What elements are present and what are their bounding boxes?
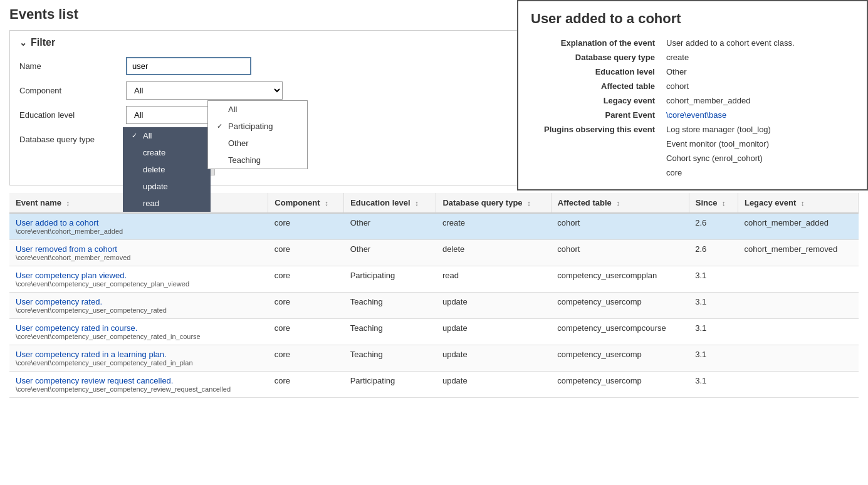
checkmark-teaching bbox=[217, 157, 224, 164]
table-row[interactable]: User competency review request cancelled… bbox=[9, 372, 859, 398]
db-option-delete[interactable]: delete bbox=[123, 161, 211, 178]
table-cell: update bbox=[436, 293, 551, 319]
detail-field-value: Other bbox=[662, 65, 854, 79]
db-option-all[interactable]: ✓All bbox=[123, 127, 211, 144]
event-name-cell[interactable]: User competency plan viewed.\core\event\… bbox=[9, 266, 268, 293]
table-cell: 3.1 bbox=[689, 345, 738, 372]
table-cell: update bbox=[436, 372, 551, 398]
table-header-cell[interactable]: Legacy event ↕ bbox=[738, 193, 858, 213]
table-row[interactable]: User added to a cohort\core\event\cohort… bbox=[9, 213, 859, 240]
db-option-read[interactable]: read bbox=[123, 195, 211, 212]
table-cell: Teaching bbox=[344, 319, 436, 345]
table-cell: core bbox=[268, 213, 344, 240]
event-path: \core\event\cohort_member_added bbox=[16, 227, 262, 235]
event-path: \core\event\competency_user_competency_p… bbox=[16, 280, 262, 288]
event-name-cell[interactable]: User added to a cohort\core\event\cohort… bbox=[9, 213, 268, 240]
education-level-dropdown[interactable]: All ✓Participating Other Teaching bbox=[207, 100, 308, 169]
table-cell: core bbox=[268, 372, 344, 398]
detail-field-value: Log store manager (tool_log) bbox=[662, 122, 854, 137]
table-row[interactable]: User competency plan viewed.\core\event\… bbox=[9, 266, 859, 293]
detail-field-label: Parent Event bbox=[531, 108, 662, 122]
table-header-cell[interactable]: Education level ↕ bbox=[344, 193, 436, 213]
table-row[interactable]: User competency rated.\core\event\compet… bbox=[9, 293, 859, 319]
table-cell: cohort_member_removed bbox=[738, 240, 858, 266]
event-name-link[interactable]: User competency rated. bbox=[16, 297, 102, 306]
detail-field-label: Education level bbox=[531, 65, 662, 79]
table-cell: 3.1 bbox=[689, 372, 738, 398]
table-cell: delete bbox=[436, 240, 551, 266]
sort-icon: ↕ bbox=[527, 199, 531, 207]
table-header-cell[interactable]: Affected table ↕ bbox=[551, 193, 689, 213]
detail-field-value[interactable]: \core\event\base bbox=[662, 108, 854, 122]
table-cell: 3.1 bbox=[689, 319, 738, 345]
event-name-cell[interactable]: User competency rated in course.\core\ev… bbox=[9, 319, 268, 345]
detail-field-label: Affected table bbox=[531, 79, 662, 93]
table-cell: Teaching bbox=[344, 345, 436, 372]
sort-icon: ↕ bbox=[801, 199, 805, 207]
table-cell: core bbox=[268, 266, 344, 293]
page-wrapper: User added to a cohort Explanation of th… bbox=[0, 0, 868, 485]
table-cell: cohort_member_added bbox=[738, 213, 858, 240]
component-select[interactable]: All bbox=[126, 81, 283, 100]
event-name-cell[interactable]: User competency review request cancelled… bbox=[9, 372, 268, 398]
table-row[interactable]: User competency rated in course.\core\ev… bbox=[9, 319, 859, 345]
table-cell bbox=[738, 372, 858, 398]
table-cell: competency_usercomp bbox=[551, 345, 689, 372]
detail-field-label bbox=[531, 151, 662, 165]
event-name-link[interactable]: User competency rated in a learning plan… bbox=[16, 350, 167, 359]
table-cell: competency_usercompcourse bbox=[551, 319, 689, 345]
table-row[interactable]: User competency rated in a learning plan… bbox=[9, 345, 859, 372]
table-cell bbox=[738, 266, 858, 293]
db-option-update[interactable]: update bbox=[123, 178, 211, 195]
db-query-dropdown[interactable]: ✓All create delete update read bbox=[123, 127, 211, 212]
event-name-link[interactable]: User added to a cohort bbox=[16, 218, 98, 227]
detail-field-value: core bbox=[662, 165, 854, 180]
table-cell: Participating bbox=[344, 266, 436, 293]
table-cell: core bbox=[268, 345, 344, 372]
education-label: Education level bbox=[19, 110, 120, 120]
edu-option-participating[interactable]: ✓Participating bbox=[208, 118, 307, 135]
table-cell: update bbox=[436, 319, 551, 345]
event-name-link[interactable]: User competency rated in course. bbox=[16, 323, 137, 333]
table-cell bbox=[738, 319, 858, 345]
checkmark-other bbox=[217, 140, 224, 147]
table-body: User added to a cohort\core\event\cohort… bbox=[9, 213, 859, 398]
filter-chevron-icon: ⌄ bbox=[19, 38, 27, 48]
filter-label: Filter bbox=[31, 37, 55, 48]
edu-option-other[interactable]: Other bbox=[208, 135, 307, 152]
table-cell: read bbox=[436, 266, 551, 293]
detail-field-label: Database query type bbox=[531, 50, 662, 65]
table-row[interactable]: User removed from a cohort\core\event\co… bbox=[9, 240, 859, 266]
detail-field-value: create bbox=[662, 50, 854, 65]
event-name-cell[interactable]: User competency rated in a learning plan… bbox=[9, 345, 268, 372]
event-name-link[interactable]: User competency plan viewed. bbox=[16, 271, 127, 280]
table-header-cell[interactable]: Component ↕ bbox=[268, 193, 344, 213]
event-path: \core\event\competency_user_competency_r… bbox=[16, 385, 262, 393]
db-query-label: Database query type bbox=[19, 135, 120, 144]
table-header-cell[interactable]: Since ↕ bbox=[689, 193, 738, 213]
sort-icon: ↕ bbox=[66, 199, 70, 207]
event-name-cell[interactable]: User competency rated.\core\event\compet… bbox=[9, 293, 268, 319]
table-header-cell[interactable]: Database query type ↕ bbox=[436, 193, 551, 213]
event-path: \core\event\competency_user_competency_r… bbox=[16, 306, 262, 314]
detail-field-label: Legacy event bbox=[531, 93, 662, 108]
edu-option-all[interactable]: All bbox=[208, 101, 307, 118]
name-input[interactable] bbox=[126, 57, 251, 75]
table-cell: cohort bbox=[551, 240, 689, 266]
event-path: \core\event\competency_user_competency_r… bbox=[16, 359, 262, 367]
detail-field-value: Cohort sync (enrol_cohort) bbox=[662, 151, 854, 165]
checkmark-db-delete bbox=[132, 166, 139, 174]
detail-panel: User added to a cohort Explanation of th… bbox=[517, 0, 868, 190]
table-cell: competency_usercomp bbox=[551, 293, 689, 319]
table-cell bbox=[738, 293, 858, 319]
edu-option-teaching[interactable]: Teaching bbox=[208, 152, 307, 169]
detail-table: Explanation of the eventUser added to a … bbox=[531, 36, 854, 180]
table-cell: competency_usercompplan bbox=[551, 266, 689, 293]
db-option-create[interactable]: create bbox=[123, 144, 211, 161]
checkmark-db-all: ✓ bbox=[132, 132, 139, 140]
event-name-link[interactable]: User competency review request cancelled… bbox=[16, 376, 173, 385]
checkmark-db-update bbox=[132, 183, 139, 190]
event-name-link[interactable]: User removed from a cohort bbox=[16, 244, 117, 254]
table-cell: Other bbox=[344, 240, 436, 266]
event-name-cell[interactable]: User removed from a cohort\core\event\co… bbox=[9, 240, 268, 266]
